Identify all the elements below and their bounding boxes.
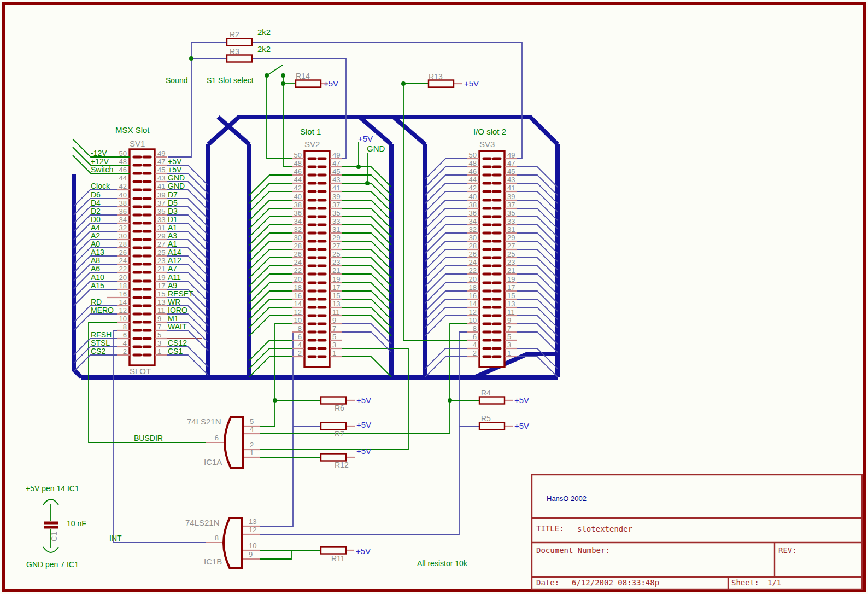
- pin-number: 31: [157, 224, 165, 232]
- pin-number: 14: [294, 300, 302, 308]
- pin-number: 9: [507, 316, 511, 324]
- capacitor-c1: +5V pen 14 IC1 10 nF C1 GND pen 7 IC1: [26, 484, 86, 569]
- connector-ref: SV2: [304, 139, 320, 149]
- fan-wire: [517, 167, 558, 187]
- pin-number: 30: [294, 234, 302, 242]
- pin-number: 36: [119, 207, 127, 216]
- pin-number: 37: [157, 199, 165, 207]
- resistor-value: 2k2: [257, 44, 271, 54]
- fan-wire: [425, 348, 467, 369]
- pin-number: 26: [119, 248, 127, 257]
- resistor-body: [479, 397, 505, 404]
- fan-wire: [342, 241, 391, 261]
- fan-wire: [517, 217, 558, 237]
- cap-value: 10 nF: [67, 519, 86, 528]
- pin-number: 13: [332, 300, 340, 308]
- pin-label: A1: [168, 240, 177, 248]
- pin-number: 12: [294, 308, 302, 316]
- resistor-r3: R32k2: [227, 44, 271, 62]
- pin-number: 19: [332, 275, 340, 283]
- pin-number: 25: [157, 248, 165, 257]
- pin-number: 3: [507, 341, 511, 349]
- pin-label: MERQ: [91, 306, 114, 315]
- pin-number: 5: [507, 333, 511, 341]
- fan-wire: [342, 291, 391, 311]
- connector-ref: SV3: [479, 139, 495, 149]
- sheet-title: slotextender: [577, 525, 632, 533]
- pin-number: 18: [119, 282, 127, 290]
- pin-number: 43: [507, 176, 515, 184]
- gate-pin-number: 12: [249, 526, 256, 534]
- pin-number: 35: [507, 209, 515, 217]
- pin-number: 12: [469, 308, 477, 316]
- fan-wire: [517, 348, 558, 369]
- resistor-name: R4: [481, 388, 491, 397]
- fan-wire: [425, 208, 467, 229]
- pin-number: 7: [332, 324, 336, 333]
- pin-number: 17: [157, 282, 165, 290]
- pin-label: RD: [91, 298, 102, 306]
- pin-label: A8: [91, 256, 100, 265]
- pin-label: CS1: [168, 347, 183, 356]
- connector-sv3: I/O slot 2SV3504948474645444342414039383…: [425, 127, 558, 377]
- connector-ref: SV1: [130, 139, 145, 148]
- pin-number: 15: [332, 292, 340, 300]
- pin-number: 28: [119, 240, 127, 248]
- pin-number: 13: [157, 298, 165, 306]
- pin-number: 32: [119, 224, 127, 232]
- pin-number: 8: [298, 324, 302, 333]
- cap-top-label: +5V pen 14 IC1: [26, 484, 79, 493]
- pin-label: Switch: [91, 165, 113, 174]
- pin-number: 34: [469, 217, 477, 225]
- connector-bottom-label: SLOT: [130, 366, 151, 376]
- pin-number: 27: [332, 242, 340, 250]
- pin-label: GND: [168, 173, 185, 182]
- fan-wire: [517, 299, 558, 319]
- pin-label: GND: [168, 182, 185, 190]
- fan-wire: [425, 175, 467, 195]
- gate-pin-number: 4: [250, 425, 254, 433]
- sv2-5v-label: +5V: [358, 134, 373, 143]
- fan-wire: [425, 299, 467, 319]
- fan-wire: [342, 217, 391, 237]
- fan-wire: [517, 249, 558, 270]
- pin-label: CS12: [168, 339, 187, 347]
- pin-number: 21: [507, 266, 515, 275]
- fan-wire: [425, 241, 467, 261]
- date-label: Date:: [536, 578, 559, 587]
- gate-pin-number: 10: [249, 541, 256, 550]
- connector-title: Slot 1: [300, 127, 321, 136]
- fan-wire: [249, 258, 292, 278]
- pin-label: D6: [91, 190, 101, 199]
- fan-wire: [342, 283, 391, 303]
- pin-label: WAIT: [168, 322, 187, 331]
- pin-number: 22: [294, 266, 302, 275]
- pin-number: 34: [294, 217, 302, 225]
- title-label: TITLE:: [536, 524, 564, 533]
- pin-number: 29: [157, 232, 165, 240]
- pin-label: M1: [168, 314, 179, 323]
- connector-title: MSX Slot: [115, 125, 150, 135]
- pin-number: 22: [469, 266, 477, 275]
- pin-number: 35: [157, 207, 165, 216]
- pin-label: IORQ: [168, 306, 187, 315]
- pin-number: 38: [469, 201, 477, 209]
- fan-wire: [342, 332, 391, 352]
- pin-number: 41: [507, 184, 515, 192]
- pin-label: D0: [91, 215, 101, 224]
- fan-wire: [249, 291, 292, 311]
- pin-number: 32: [294, 225, 302, 234]
- fan-wire: [249, 217, 292, 237]
- busdir-label: BUSDIR: [134, 434, 163, 442]
- pin-number: 40: [469, 193, 477, 201]
- gate-pin-number: 5: [250, 417, 254, 426]
- fan-wire: [517, 258, 558, 278]
- pin-number: 1: [332, 349, 336, 357]
- pin-label: A11: [168, 273, 181, 282]
- pin-number: 10: [119, 315, 127, 323]
- pin-number: 27: [157, 240, 165, 248]
- pin-label: A6: [91, 264, 100, 273]
- pin-label: A13: [91, 248, 104, 257]
- and-gate-icon: [225, 417, 243, 468]
- gate-part: 74LS21N: [187, 417, 221, 426]
